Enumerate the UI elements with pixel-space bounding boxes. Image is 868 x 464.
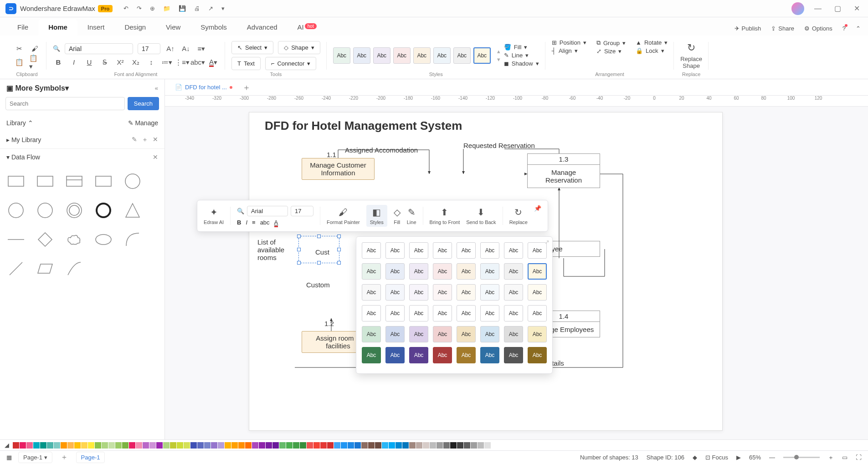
node-manage-reservation[interactable]: 1.3 Manage Reservation: [527, 153, 600, 188]
edraw-ai-button[interactable]: ✦Edraw AI: [204, 207, 224, 225]
color-picker-icon[interactable]: ◢: [5, 442, 9, 449]
float-fill[interactable]: ◇Fill: [394, 207, 401, 225]
tab-home[interactable]: Home: [38, 19, 77, 36]
tab-insert[interactable]: Insert: [77, 19, 115, 36]
popup-style-3-3[interactable]: Abc: [433, 305, 452, 321]
color-swatch-6[interactable]: [54, 442, 60, 449]
color-swatch-33[interactable]: [238, 442, 245, 449]
style-swatch-6[interactable]: Abc: [433, 47, 451, 64]
style-swatch-8[interactable]: Abc: [473, 47, 491, 64]
float-line[interactable]: ✎Line: [407, 207, 416, 225]
popup-style-4-4[interactable]: Abc: [457, 326, 476, 342]
color-swatch-4[interactable]: [40, 442, 46, 449]
popup-style-2-0[interactable]: Abc: [362, 284, 381, 301]
lib-close-icon[interactable]: ✕: [153, 136, 158, 144]
popup-style-2-6[interactable]: Abc: [504, 284, 523, 301]
shape-ellipse[interactable]: [94, 230, 113, 249]
styles-expand-down[interactable]: ▾: [497, 56, 500, 63]
color-swatch-17[interactable]: [129, 442, 135, 449]
tab-file[interactable]: File: [7, 19, 38, 36]
manage-button[interactable]: ✎ Manage: [128, 119, 158, 127]
popup-style-0-2[interactable]: Abc: [409, 242, 428, 259]
color-swatch-10[interactable]: [81, 442, 87, 449]
shape-diagonal[interactable]: [6, 259, 26, 278]
tab-symbols[interactable]: Symbols: [190, 19, 237, 36]
color-swatch-39[interactable]: [279, 442, 286, 449]
shape-rect-2[interactable]: [36, 172, 55, 191]
popup-style-3-4[interactable]: Abc: [457, 305, 476, 321]
superscript-button[interactable]: X²: [115, 57, 126, 68]
user-avatar[interactable]: [791, 2, 804, 15]
color-swatch-31[interactable]: [225, 442, 231, 449]
popup-style-1-7[interactable]: Abc: [528, 263, 547, 280]
symbol-search-button[interactable]: Search: [128, 97, 159, 110]
grow-font-button[interactable]: A↑: [165, 43, 176, 54]
shape-triangle[interactable]: [123, 201, 142, 220]
grid-icon[interactable]: ▦: [6, 454, 12, 461]
float-bring-front[interactable]: ⬆Bring to Front: [430, 207, 460, 225]
color-swatch-40[interactable]: [286, 442, 293, 449]
popup-style-4-6[interactable]: Abc: [504, 326, 523, 342]
color-swatch-55[interactable]: [389, 442, 395, 449]
underline-button[interactable]: U: [84, 57, 95, 68]
color-swatch-42[interactable]: [300, 442, 306, 449]
fullscreen-icon[interactable]: ⛶: [856, 454, 862, 461]
popup-style-1-0[interactable]: Abc: [362, 263, 381, 280]
color-swatch-0[interactable]: [13, 442, 19, 449]
shape-curve[interactable]: [65, 259, 84, 278]
popup-style-1-2[interactable]: Abc: [409, 263, 428, 280]
color-swatch-63[interactable]: [443, 442, 450, 449]
line-button[interactable]: ✎ Line ▾: [504, 52, 539, 59]
list-button[interactable]: ≔▾: [161, 57, 172, 68]
strike-button[interactable]: S̶: [99, 57, 110, 68]
popup-style-0-3[interactable]: Abc: [433, 242, 452, 259]
color-swatch-50[interactable]: [354, 442, 361, 449]
focus-button[interactable]: ⊡ Focus: [705, 454, 728, 461]
close-button[interactable]: ✕: [851, 4, 863, 13]
lock-button[interactable]: 🔒 Lock ▾: [636, 47, 668, 54]
float-italic[interactable]: I: [246, 219, 247, 226]
popup-style-4-5[interactable]: Abc: [480, 326, 499, 342]
style-swatch-1[interactable]: Abc: [333, 47, 350, 64]
tab-design[interactable]: Design: [114, 19, 156, 36]
popup-style-3-6[interactable]: Abc: [504, 305, 523, 321]
float-pin-icon[interactable]: 📌: [534, 205, 541, 212]
lib-add-icon[interactable]: ＋: [142, 136, 148, 144]
popup-style-3-2[interactable]: Abc: [409, 305, 428, 321]
color-swatch-18[interactable]: [136, 442, 142, 449]
publish-button[interactable]: ✈ Publish: [734, 25, 761, 32]
fit-page-icon[interactable]: ▭: [842, 454, 847, 461]
library-toggle[interactable]: Library ⌃: [6, 119, 33, 127]
popup-style-1-1[interactable]: Abc: [385, 263, 405, 280]
color-swatch-60[interactable]: [423, 442, 429, 449]
rotate-button[interactable]: ▲ Rotate ▾: [636, 39, 668, 46]
color-swatch-12[interactable]: [95, 442, 101, 449]
popup-style-5-4[interactable]: Abc: [457, 347, 476, 363]
color-swatch-11[interactable]: [88, 442, 94, 449]
popup-style-3-1[interactable]: Abc: [385, 305, 405, 321]
dataflow-category[interactable]: ▾ Data Flow: [6, 153, 40, 161]
color-swatch-69[interactable]: [484, 442, 491, 449]
color-swatch-47[interactable]: [334, 442, 340, 449]
color-swatch-68[interactable]: [478, 442, 484, 449]
color-swatch-28[interactable]: [204, 442, 211, 449]
color-swatch-38[interactable]: [272, 442, 279, 449]
color-swatch-44[interactable]: [313, 442, 320, 449]
popup-style-2-5[interactable]: Abc: [480, 284, 499, 301]
color-swatch-61[interactable]: [430, 442, 436, 449]
style-swatch-3[interactable]: Abc: [373, 47, 390, 64]
color-swatch-16[interactable]: [122, 442, 128, 449]
float-align[interactable]: ≡: [252, 219, 256, 226]
page-tab-active[interactable]: Page-1: [76, 452, 105, 463]
font-color-button[interactable]: A▾: [208, 57, 219, 68]
shape-circle-3[interactable]: [36, 201, 55, 220]
my-library-item[interactable]: ▸ My Library: [6, 136, 41, 143]
page-selector[interactable]: Page-1 ▾: [18, 452, 52, 463]
group-button[interactable]: ⧉ Group ▾: [596, 39, 626, 46]
color-swatch-9[interactable]: [74, 442, 81, 449]
float-styles[interactable]: ◧Styles: [366, 205, 387, 227]
shape-header-rect[interactable]: [65, 172, 84, 191]
color-swatch-41[interactable]: [293, 442, 299, 449]
shape-diamond[interactable]: [36, 230, 55, 249]
bold-button[interactable]: B: [53, 57, 64, 68]
